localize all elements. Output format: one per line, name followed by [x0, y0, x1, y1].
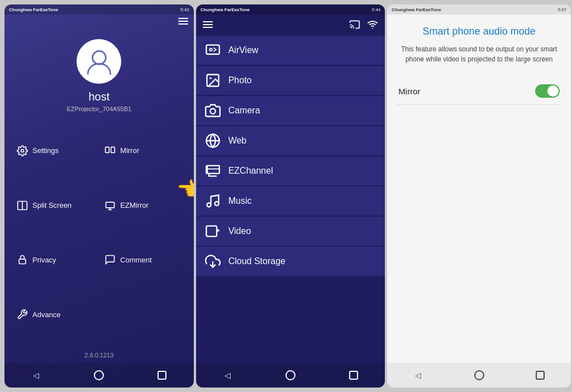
- svg-rect-3: [111, 147, 115, 152]
- wifi-cast-icon[interactable]: [367, 19, 378, 30]
- mirror-icon: [104, 145, 116, 156]
- split-screen-icon: [17, 200, 28, 211]
- menu-music[interactable]: Music: [196, 187, 385, 216]
- svg-point-22: [207, 203, 211, 207]
- svg-rect-24: [206, 226, 217, 237]
- airview-icon: [205, 42, 221, 58]
- username: host: [88, 90, 109, 103]
- menu-list: AirView Photo Camera We: [196, 35, 385, 363]
- split-screen-label: Split Screen: [32, 201, 72, 209]
- phone3-content: Smart phone audio mode This feature allo…: [387, 15, 571, 363]
- svg-rect-12: [206, 45, 219, 54]
- cloud-download-icon: [205, 254, 221, 269]
- home-button-2[interactable]: [283, 367, 298, 383]
- menu-camera[interactable]: Camera: [196, 96, 385, 125]
- svg-rect-19: [206, 166, 219, 174]
- menu-video[interactable]: Video: [196, 217, 385, 246]
- audio-title: Smart phone audio mode: [396, 26, 562, 37]
- svg-point-13: [209, 49, 212, 51]
- gear-icon: [17, 145, 28, 156]
- svg-rect-2: [106, 147, 109, 152]
- svg-rect-6: [106, 202, 115, 208]
- audio-description: This feature allows sound to be output o…: [396, 44, 562, 64]
- airview-label: AirView: [228, 45, 259, 55]
- svg-point-0: [92, 51, 106, 64]
- recents-button-1[interactable]: [154, 367, 170, 383]
- time-3: 5:37: [557, 7, 566, 12]
- back-button-3[interactable]: ◁: [410, 367, 426, 383]
- phone-2: Chunghwa FarEasTone 5:44: [196, 4, 385, 388]
- menu-item-ezmirror[interactable]: EZMirror: [99, 178, 187, 233]
- camera-icon: [205, 103, 221, 118]
- music-icon: [205, 193, 221, 209]
- phone-1: Chunghwa FarEasTone 5:42 host EZProjecto…: [4, 4, 194, 388]
- carrier-1: Chunghwa FarEasTone: [9, 7, 58, 12]
- svg-point-16: [210, 109, 215, 114]
- ezchannel-icon: [205, 163, 221, 179]
- hamburger-2[interactable]: [203, 21, 213, 28]
- recents-button-2[interactable]: [346, 367, 361, 383]
- svg-point-23: [214, 202, 218, 205]
- status-bar-1: Chunghwa FarEasTone 5:42: [4, 4, 194, 15]
- settings-label: Settings: [32, 146, 59, 155]
- video-icon: [205, 223, 221, 239]
- menu-item-split-screen[interactable]: Split Screen: [11, 178, 99, 233]
- avatar-icon: [84, 46, 115, 77]
- time-1: 5:42: [180, 7, 189, 12]
- menu-item-advance[interactable]: Advance: [11, 287, 99, 342]
- home-button-1[interactable]: [91, 367, 107, 383]
- menu-ezchannel[interactable]: EZChannel: [196, 156, 385, 185]
- cloud-storage-label: Cloud Storage: [228, 256, 285, 266]
- menu-item-settings[interactable]: Settings: [11, 123, 99, 178]
- svg-point-1: [21, 149, 24, 152]
- back-button-1[interactable]: ◁: [28, 367, 44, 383]
- version-text: 2.8.0.1213: [4, 346, 194, 363]
- hamburger-menu[interactable]: [178, 18, 188, 25]
- bottom-nav-1: ◁: [4, 363, 194, 388]
- privacy-label: Privacy: [32, 256, 56, 264]
- ezchannel-label: EZChannel: [228, 166, 273, 176]
- back-button-2[interactable]: ◁: [220, 367, 235, 383]
- time-2: 5:44: [372, 7, 381, 12]
- menu-cloud-storage[interactable]: Cloud Storage: [196, 247, 385, 276]
- bottom-nav-2: ◁: [196, 363, 385, 388]
- menu-airview[interactable]: AirView: [196, 36, 385, 65]
- ezmirror-label: EZMirror: [120, 201, 149, 209]
- device-id: EZProjector_704A55B1: [67, 106, 132, 112]
- menu-item-privacy[interactable]: Privacy: [11, 233, 99, 288]
- home-button-3[interactable]: [471, 367, 487, 383]
- ezmirror-icon: [104, 200, 116, 211]
- phone-3: Chunghwa FarEasTone 5:37 Smart phone aud…: [387, 4, 571, 388]
- comment-label: Comment: [120, 256, 151, 264]
- photo-label: Photo: [228, 75, 252, 85]
- music-label: Music: [228, 196, 252, 206]
- svg-rect-9: [19, 260, 26, 264]
- bottom-nav-3: ◁: [387, 363, 571, 388]
- status-bar-2: Chunghwa FarEasTone 5:44: [196, 4, 385, 15]
- mirror-toggle[interactable]: [535, 84, 560, 98]
- carrier-2: Chunghwa FarEasTone: [201, 7, 250, 12]
- profile-section: host EZProjector_704A55B1: [4, 28, 194, 119]
- mirror-label: Mirror: [120, 146, 139, 155]
- menu-item-comment[interactable]: Comment: [99, 233, 187, 288]
- camera-label: Camera: [228, 106, 260, 116]
- menu-item-mirror[interactable]: Mirror: [99, 123, 187, 178]
- carrier-3: Chunghwa FarEasTone: [392, 7, 441, 12]
- video-label: Video: [228, 226, 251, 236]
- mirror-toggle-label: Mirror: [398, 87, 420, 96]
- svg-point-11: [372, 28, 373, 29]
- menu-photo[interactable]: Photo: [196, 66, 385, 95]
- wrench-icon: [17, 309, 28, 320]
- svg-point-15: [209, 77, 212, 79]
- avatar: [77, 39, 121, 84]
- hand-pointer: 👉: [177, 178, 194, 201]
- phone2-topbar: [196, 15, 385, 35]
- mirror-toggle-row: Mirror: [396, 78, 562, 105]
- menu-web[interactable]: Web: [196, 126, 385, 155]
- globe-icon: [205, 133, 221, 149]
- screen-cast-icon[interactable]: [349, 19, 360, 30]
- recents-button-3[interactable]: [532, 367, 548, 383]
- top-bar-1: [4, 15, 194, 28]
- topbar-icons: [349, 19, 378, 30]
- lock-icon: [17, 254, 28, 265]
